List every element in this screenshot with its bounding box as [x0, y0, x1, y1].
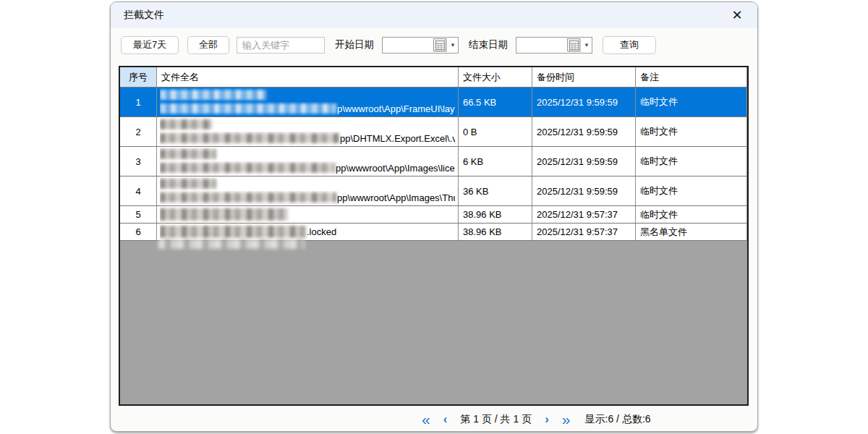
- table-cell: 黑名单文件: [636, 224, 747, 240]
- table-cell: .locked: [157, 224, 459, 240]
- table-cell: p\wwwroot\App\FrameUI\layuiadmin\r: [157, 88, 459, 116]
- table-cell: 临时文件: [636, 206, 747, 223]
- redacted-text: [160, 208, 288, 221]
- table-cell: pp\wwwroot\App\Images\Thumbs.db: [157, 176, 459, 205]
- record-summary: 显示:6 / 总数:6: [585, 413, 651, 426]
- column-header[interactable]: 文件大小: [459, 67, 532, 87]
- first-page-button[interactable]: «: [422, 412, 430, 427]
- table-cell: 2025/12/31 9:57:37: [532, 206, 636, 223]
- pagination-bar: « ‹ 第 1 页 / 共 1 页 › » 显示:6 / 总数:6: [422, 410, 651, 429]
- table-row[interactable]: 3pp\wwwroot\App\Images\license\Thumb6 KB…: [120, 147, 747, 176]
- table-cell: 5: [120, 206, 157, 223]
- redacted-text: [160, 179, 216, 189]
- all-button[interactable]: 全部: [187, 36, 229, 54]
- table-cell: 临时文件: [636, 147, 747, 176]
- end-date-label: 结束日期: [469, 38, 508, 51]
- table-cell: 38.96 KB: [459, 224, 532, 240]
- intercepted-files-dialog: 拦截文件 ✕ 最近7天 全部 开始日期 ▼: [110, 1, 758, 432]
- prev-page-button[interactable]: ‹: [443, 412, 448, 427]
- title-bar: 拦截文件 ✕: [111, 2, 757, 28]
- dialog-title: 拦截文件: [124, 9, 164, 22]
- table-cell: 2025/12/31 9:57:37: [532, 224, 636, 240]
- column-header[interactable]: 备注: [636, 67, 747, 87]
- table-cell: 1: [120, 88, 157, 116]
- recent-7-days-button[interactable]: 最近7天: [121, 36, 179, 54]
- table-cell: 3: [120, 147, 157, 176]
- table-row[interactable]: 538.96 KB2025/12/31 9:57:37临时文件: [120, 206, 747, 224]
- redacted-text: [160, 163, 335, 173]
- redacted-text: [160, 133, 339, 143]
- table-cell: 临时文件: [636, 117, 747, 146]
- table-cell: 4: [120, 176, 157, 205]
- table-cell: 6 KB: [459, 147, 532, 176]
- calendar-icon[interactable]: [433, 38, 446, 51]
- redacted-text: [160, 192, 336, 203]
- redacted-text: [160, 90, 266, 100]
- next-page-button[interactable]: ›: [545, 412, 549, 427]
- table-cell: 6: [120, 224, 157, 240]
- table-cell: 66.5 KB: [459, 88, 532, 116]
- query-button[interactable]: 查询: [603, 36, 656, 54]
- table-row[interactable]: 2pp\DHTMLX.Export.Excel\.vs\DHTMLX.E0 B2…: [120, 117, 747, 147]
- page-indicator: 第 1 页 / 共 1 页: [460, 413, 532, 426]
- column-header[interactable]: 序号: [120, 67, 157, 87]
- file-table: 序号文件全名文件大小备份时间备注 1p\wwwroot\App\FrameUI\…: [119, 66, 749, 406]
- end-date-picker[interactable]: ▼: [516, 37, 592, 54]
- column-header[interactable]: 备份时间: [532, 67, 636, 87]
- table-row[interactable]: 6.locked38.96 KB2025/12/31 9:57:37黑名单文件: [120, 224, 747, 241]
- table-cell: 2025/12/31 9:59:59: [532, 147, 636, 176]
- table-cell: 2025/12/31 9:59:59: [532, 117, 636, 146]
- start-date-picker[interactable]: ▼: [382, 37, 459, 54]
- redacted-text: [160, 149, 216, 159]
- redacted-smudge: [158, 239, 305, 249]
- last-page-button[interactable]: »: [562, 412, 571, 427]
- close-icon[interactable]: ✕: [728, 7, 746, 24]
- filter-toolbar: 最近7天 全部 开始日期 ▼ 结束日期: [121, 35, 656, 54]
- redacted-text: [160, 103, 336, 114]
- redacted-text: [160, 119, 212, 129]
- table-cell: 38.96 KB: [459, 206, 532, 223]
- table-cell: 临时文件: [636, 176, 747, 205]
- table-cell: pp\DHTMLX.Export.Excel\.vs\DHTMLX.E: [157, 117, 459, 146]
- table-cell: [157, 206, 459, 223]
- calendar-icon[interactable]: [567, 38, 580, 51]
- redacted-text: [160, 226, 306, 238]
- table-cell: 2: [120, 117, 157, 146]
- table-body: 1p\wwwroot\App\FrameUI\layuiadmin\r66.5 …: [120, 88, 747, 241]
- table-cell: 0 B: [459, 117, 532, 146]
- table-cell: 2025/12/31 9:59:59: [532, 176, 636, 205]
- column-header[interactable]: 文件全名: [157, 67, 459, 87]
- table-row[interactable]: 1p\wwwroot\App\FrameUI\layuiadmin\r66.5 …: [120, 88, 747, 117]
- keyword-input[interactable]: [237, 37, 325, 54]
- start-date-label: 开始日期: [335, 38, 374, 51]
- table-row[interactable]: 4pp\wwwroot\App\Images\Thumbs.db36 KB202…: [120, 176, 747, 206]
- table-cell: 36 KB: [459, 176, 532, 205]
- table-header-row: 序号文件全名文件大小备份时间备注: [120, 67, 747, 88]
- chevron-down-icon[interactable]: ▼: [450, 42, 456, 48]
- table-cell: 临时文件: [636, 88, 747, 116]
- table-cell: 2025/12/31 9:59:59: [532, 88, 636, 116]
- table-cell: pp\wwwroot\App\Images\license\Thumb: [157, 147, 459, 176]
- chevron-down-icon[interactable]: ▼: [584, 42, 590, 48]
- screen: 拦截文件 ✕ 最近7天 全部 开始日期 ▼: [0, 0, 868, 434]
